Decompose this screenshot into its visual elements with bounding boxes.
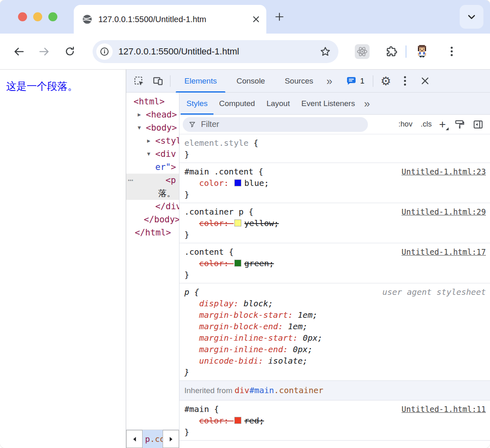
rule-selector[interactable]: .container p { xyxy=(184,206,254,217)
profile-avatar[interactable] xyxy=(415,44,429,59)
style-rule-section: #main {Untitled-1.html:11color: red;} xyxy=(179,400,490,441)
browser-tab[interactable]: 127.0.0.1:5500/Untitled-1.htm xyxy=(74,5,266,34)
expand-arrow-icon[interactable]: ▶ xyxy=(138,108,141,121)
url-text[interactable]: 127.0.0.1:5500/Untitled-1.html xyxy=(118,46,320,57)
devtools-separator xyxy=(373,75,373,87)
dom-token: <body> xyxy=(146,123,177,133)
dom-node[interactable]: </body> xyxy=(126,213,179,226)
dom-node[interactable]: ▶<style> xyxy=(126,134,179,147)
dom-node[interactable]: <html> xyxy=(126,95,179,108)
subtab-event-listeners[interactable]: Event Listeners xyxy=(295,93,361,114)
rendering-brush-icon[interactable] xyxy=(454,119,465,130)
dom-token: </div> xyxy=(155,201,179,211)
color-swatch[interactable] xyxy=(234,260,241,267)
styles-subtabs: Styles Computed Layout Event Listeners » xyxy=(179,93,490,115)
dom-token: <html> xyxy=(134,97,165,106)
extensions-puzzle-icon[interactable] xyxy=(385,45,397,58)
color-swatch[interactable] xyxy=(234,417,241,424)
messages-icon xyxy=(346,76,356,86)
dom-node-selected[interactable]: …<p 落。 xyxy=(126,174,179,200)
node-options-dots-icon[interactable]: … xyxy=(128,173,134,183)
stylesheet-source-link[interactable]: Untitled-1.html:23 xyxy=(402,166,486,177)
subtab-layout[interactable]: Layout xyxy=(261,93,295,114)
address-bar[interactable]: 127.0.0.1:5500/Untitled-1.html xyxy=(93,40,338,63)
tab-title: 127.0.0.1:5500/Untitled-1.htm xyxy=(98,15,247,24)
dom-node[interactable]: </div> xyxy=(126,200,179,213)
browser-toolbar: 127.0.0.1:5500/Untitled-1.html xyxy=(0,34,490,70)
content-row: 这是一个段落。 Elements Console Sources » 1 xyxy=(0,70,490,448)
css-declaration[interactable]: margin-block-end: 1em; xyxy=(184,321,486,332)
dom-node[interactable]: er"> xyxy=(126,161,179,174)
css-declaration[interactable]: margin-inline-end: 0px; xyxy=(184,344,486,355)
forward-icon[interactable] xyxy=(39,46,50,57)
css-declaration[interactable]: color: yellow; xyxy=(184,217,486,229)
filter-field[interactable] xyxy=(183,117,368,132)
collapse-arrow-icon[interactable]: ▼ xyxy=(138,121,141,134)
css-declaration[interactable]: color: blue; xyxy=(184,177,486,189)
react-devtools-extension-icon[interactable] xyxy=(355,44,370,59)
tab-search-chevron-button[interactable] xyxy=(460,5,483,29)
dom-node[interactable]: </html> xyxy=(126,226,179,239)
zoom-window-button[interactable] xyxy=(48,12,57,21)
tab-console[interactable]: Console xyxy=(227,70,275,92)
rule-selector[interactable]: .content { xyxy=(184,246,234,258)
devtools-menu-kebab-icon[interactable] xyxy=(400,76,410,86)
stylesheet-source-link[interactable]: Untitled-1.html:11 xyxy=(402,403,486,415)
dom-node[interactable]: ▼<body> xyxy=(126,121,179,134)
expand-arrow-icon[interactable]: ▶ xyxy=(147,134,150,147)
rule-selector[interactable]: #main { xyxy=(184,403,219,415)
stylesheet-source-link[interactable]: Untitled-1.html:29 xyxy=(402,206,486,217)
css-declaration[interactable]: margin-inline-start: 0px; xyxy=(184,332,486,344)
close-window-button[interactable] xyxy=(18,12,27,21)
css-declaration[interactable]: color: red; xyxy=(184,415,486,426)
inherited-node-link[interactable]: div#main.container xyxy=(235,385,324,395)
dom-node[interactable]: ▶<head> xyxy=(126,108,179,121)
css-declaration[interactable]: unicode-bidi: isolate; xyxy=(184,355,486,367)
rendered-page: 这是一个段落。 xyxy=(0,70,126,448)
filter-input[interactable] xyxy=(200,119,362,129)
settings-gear-icon[interactable]: ⚙ xyxy=(377,74,395,88)
bookmark-star-icon[interactable] xyxy=(320,46,331,57)
css-declaration[interactable]: display: block; xyxy=(184,298,486,309)
more-tabs-icon[interactable]: » xyxy=(323,76,336,86)
back-icon[interactable] xyxy=(13,46,25,57)
window-controls xyxy=(18,12,57,21)
browser-window: 127.0.0.1:5500/Untitled-1.htm 127.0.0.1:… xyxy=(0,0,490,448)
css-declaration[interactable]: margin-block-start: 1em; xyxy=(184,309,486,321)
subtab-styles[interactable]: Styles xyxy=(181,93,213,114)
toggle-hover-state-button[interactable]: :hov xyxy=(399,120,413,129)
breadcrumb-next-button[interactable] xyxy=(163,430,179,448)
minimize-window-button[interactable] xyxy=(33,12,42,21)
closing-brace: } xyxy=(184,189,486,200)
rule-selector[interactable]: #main .content { xyxy=(184,166,263,177)
issues-message-group[interactable]: 1 xyxy=(346,76,365,86)
more-subtabs-icon[interactable]: » xyxy=(361,98,373,109)
dom-token: 落。 xyxy=(158,188,175,198)
inspect-element-icon[interactable] xyxy=(131,76,147,86)
site-info-icon[interactable] xyxy=(96,43,113,60)
css-declaration[interactable]: color: green; xyxy=(184,258,486,269)
browser-menu-kebab-icon[interactable] xyxy=(447,47,456,56)
device-toolbar-icon[interactable] xyxy=(150,75,166,86)
reload-icon[interactable] xyxy=(64,46,75,57)
new-style-rule-button[interactable]: + xyxy=(439,119,446,130)
tab-sources[interactable]: Sources xyxy=(275,70,323,92)
globe-favicon-icon xyxy=(82,14,93,25)
toggle-class-button[interactable]: .cls xyxy=(421,120,432,129)
collapse-arrow-icon[interactable]: ▼ xyxy=(147,147,150,161)
toggle-sidebar-icon[interactable] xyxy=(473,119,483,130)
breadcrumb-item-p-content[interactable]: p.content xyxy=(143,430,163,448)
tab-close-icon[interactable] xyxy=(252,16,260,23)
rule-selector[interactable]: p { xyxy=(184,286,199,298)
stylesheet-source-link[interactable]: Untitled-1.html:17 xyxy=(402,246,486,258)
tab-elements[interactable]: Elements xyxy=(175,70,227,92)
color-swatch[interactable] xyxy=(234,179,241,186)
new-tab-button[interactable] xyxy=(271,9,288,25)
rule-selector[interactable]: element.style { xyxy=(184,137,259,149)
breadcrumb-prev-button[interactable] xyxy=(126,430,143,448)
dom-node[interactable]: ▼<div id xyxy=(126,147,179,161)
user-agent-stylesheet-label: user agent stylesheet xyxy=(382,286,486,298)
color-swatch[interactable] xyxy=(234,219,241,226)
subtab-computed[interactable]: Computed xyxy=(213,93,261,114)
devtools-close-icon[interactable] xyxy=(418,77,432,85)
